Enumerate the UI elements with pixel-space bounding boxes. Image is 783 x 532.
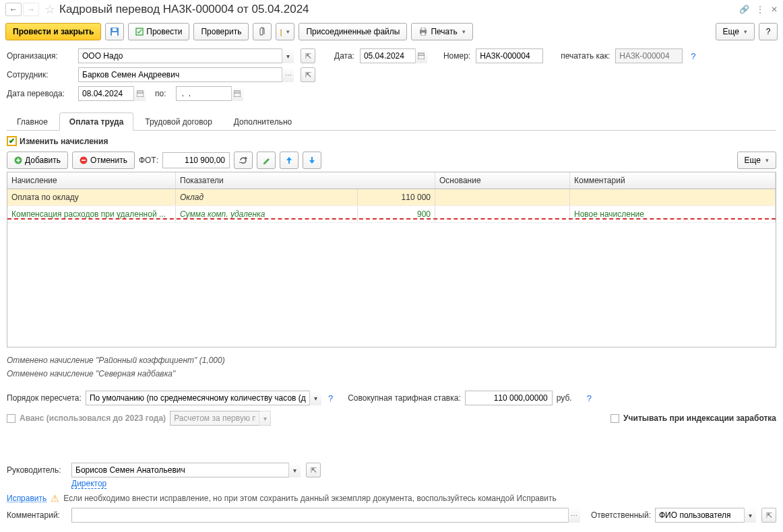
nav-forward-button[interactable]: → — [23, 3, 39, 16]
transfer-date-label: Дата перевода: — [7, 89, 73, 98]
tab-contract[interactable]: Трудовой договор — [135, 112, 222, 131]
comment-select-button[interactable]: ⋯ — [568, 508, 580, 523]
grid-header-accrual[interactable]: Начисление — [7, 172, 176, 189]
page-title: Кадровый перевод НА3К-000004 от 05.04.20… — [59, 3, 739, 16]
grid-more-button[interactable]: Еще▾ — [737, 152, 776, 169]
manager-position-link[interactable]: Директор — [71, 479, 106, 489]
more-button[interactable]: Еще▾ — [716, 23, 755, 40]
nav-back-button[interactable]: ← — [5, 3, 22, 16]
svg-rect-1 — [112, 32, 117, 36]
transfer-date-picker-button[interactable] — [133, 86, 146, 101]
help-icon[interactable]: ? — [587, 393, 592, 403]
change-accruals-checkbox[interactable]: ✔ — [7, 136, 17, 146]
tab-payroll[interactable]: Оплата труда — [59, 112, 133, 131]
responsible-dropdown-button[interactable]: ▾ — [744, 508, 756, 523]
date-label: Дата: — [334, 51, 354, 61]
aggregate-rate-input[interactable] — [465, 391, 553, 405]
help-button[interactable]: ? — [759, 23, 778, 40]
org-open-button[interactable]: ⇱ — [301, 48, 315, 63]
table-row[interactable]: Оплата по окладу Оклад 110 000 — [7, 189, 776, 206]
responsible-open-button[interactable]: ⇱ — [761, 508, 776, 523]
fot-label: ФОТ: — [139, 156, 158, 165]
aggregate-rate-unit: руб. — [557, 393, 572, 403]
print-as-label: печатать как: — [561, 51, 610, 61]
employee-select-button[interactable]: ⋯ — [282, 67, 294, 82]
comment-label: Комментарий: — [7, 510, 67, 520]
warning-icon: ⚠ — [51, 493, 59, 504]
add-button[interactable]: Добавить — [7, 152, 68, 169]
edit-button[interactable] — [257, 152, 276, 169]
number-label: Номер: — [443, 51, 470, 61]
manager-label: Руководитель: — [7, 465, 67, 475]
indexation-checkbox[interactable] — [610, 414, 619, 423]
move-up-button[interactable] — [280, 152, 299, 169]
indexation-label: Учитывать при индексации заработка — [623, 413, 776, 423]
number-input[interactable] — [476, 48, 543, 63]
check-button[interactable]: Проверить — [193, 23, 249, 40]
help-icon[interactable]: ? — [691, 51, 695, 61]
aggregate-rate-label: Совокупная тарифная ставка: — [348, 393, 461, 403]
org-label: Организация: — [7, 51, 73, 61]
advance-label: Аванс (использовался до 2023 года) — [20, 413, 166, 423]
close-window-icon[interactable]: ✕ — [771, 5, 778, 14]
employee-open-button[interactable]: ⇱ — [301, 67, 315, 82]
manager-open-button[interactable]: ⇱ — [306, 463, 321, 477]
transfer-to-picker-button[interactable] — [231, 86, 243, 101]
tab-additional[interactable]: Дополнительно — [224, 112, 302, 131]
manager-input[interactable] — [71, 463, 301, 477]
create-based-on-button[interactable]: ▾ — [276, 23, 294, 40]
advance-checkbox[interactable] — [7, 414, 15, 423]
employee-label: Сотрудник: — [7, 70, 73, 79]
accruals-grid[interactable]: Начисление Показатели Основание Коммента… — [7, 172, 776, 347]
attached-files-button[interactable]: Присоединенные файлы — [299, 23, 407, 40]
move-down-button[interactable] — [303, 152, 321, 169]
manager-dropdown-button[interactable]: ▾ — [288, 463, 301, 477]
cancelled-accrual-1: Отменено начисление "Районный коэффициен… — [7, 356, 776, 365]
to-label: по: — [155, 89, 166, 98]
svg-rect-7 — [421, 28, 425, 30]
tab-main[interactable]: Главное — [7, 112, 58, 131]
svg-rect-8 — [421, 32, 425, 36]
responsible-input[interactable] — [655, 508, 756, 523]
change-accruals-label: Изменить начисления — [20, 137, 108, 146]
print-as-input[interactable] — [615, 48, 683, 63]
attach-button[interactable] — [253, 23, 272, 40]
link-icon[interactable]: 🔗 — [739, 5, 749, 14]
help-icon[interactable]: ? — [328, 393, 333, 403]
correct-text: Если необходимо внести исправление, но п… — [63, 494, 557, 503]
svg-rect-5 — [281, 30, 282, 31]
recalc-order-label: Порядок пересчета: — [7, 393, 82, 403]
grid-header-indicators[interactable]: Показатели — [176, 172, 435, 189]
favorite-star-icon[interactable]: ☆ — [44, 2, 55, 17]
fot-input[interactable] — [162, 152, 230, 168]
cancel-button[interactable]: Отменить — [72, 152, 135, 169]
org-input[interactable] — [78, 48, 294, 63]
save-button[interactable] — [105, 23, 124, 40]
correct-link[interactable]: Исправить — [7, 494, 46, 503]
advance-dropdown-button: ▾ — [259, 411, 271, 426]
post-button[interactable]: Провести — [128, 23, 189, 40]
employee-input[interactable] — [78, 67, 294, 82]
print-button[interactable]: Печать▾ — [411, 23, 472, 40]
recalc-order-dropdown-button[interactable]: ▾ — [309, 391, 321, 405]
comment-input[interactable] — [71, 508, 580, 523]
advance-select — [170, 411, 271, 426]
org-dropdown-button[interactable]: ▾ — [282, 48, 294, 63]
post-and-close-button[interactable]: Провести и закрыть — [5, 23, 101, 40]
svg-rect-2 — [113, 28, 117, 31]
svg-rect-13 — [234, 91, 241, 97]
refresh-button[interactable] — [234, 152, 253, 169]
separator-line — [7, 218, 776, 220]
table-row[interactable]: Компенсация расходов при удаленной ... С… — [7, 206, 776, 223]
more-menu-icon[interactable]: ⋮ — [756, 5, 764, 14]
grid-header-basis[interactable]: Основание — [435, 172, 570, 189]
date-picker-button[interactable] — [415, 48, 427, 63]
svg-rect-9 — [418, 53, 425, 59]
svg-rect-11 — [137, 91, 144, 97]
responsible-label: Ответственный: — [591, 510, 651, 520]
svg-rect-17 — [82, 160, 86, 161]
grid-header-comment[interactable]: Комментарий — [570, 172, 776, 189]
cancelled-accrual-2: Отменено начисление "Северная надбавка" — [7, 369, 776, 378]
recalc-order-select[interactable] — [86, 391, 321, 405]
